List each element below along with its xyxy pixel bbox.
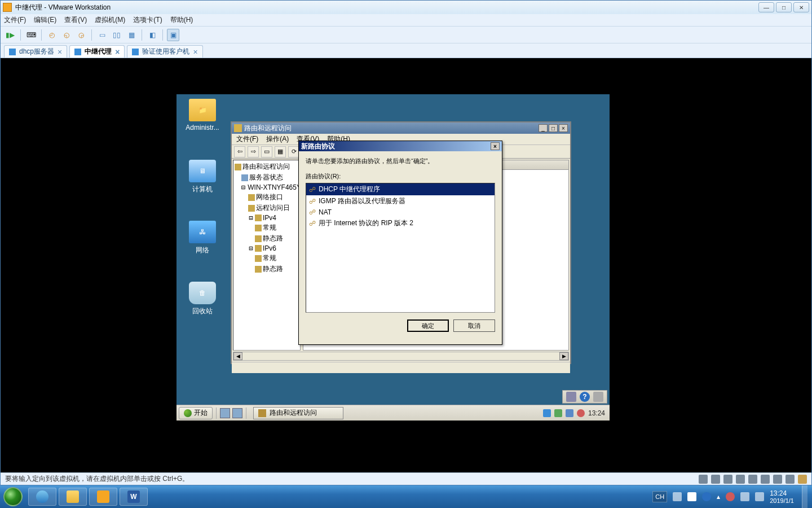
rras-menu-action[interactable]: 操作(A) [266,134,289,144]
fullscreen-icon[interactable]: ▣ [167,29,179,41]
refresh-icon[interactable]: ⟳ [288,146,299,157]
devices-icon[interactable] [566,392,576,402]
device-floppy-icon[interactable] [723,475,732,484]
tree-ipv4-general[interactable]: 常规 [235,222,299,233]
menu-file[interactable]: 文件(F) [4,15,26,25]
vmware-titlebar[interactable]: 中继代理 - VMware Workstation — □ ✕ [1,1,811,14]
grip-icon[interactable] [593,392,603,402]
tree-ipv6-general[interactable]: 常规 [235,253,299,264]
tray-flag-icon[interactable] [543,409,551,417]
taskbar-explorer[interactable] [59,488,87,506]
taskbar-ie[interactable] [28,488,56,506]
collapse-icon[interactable]: ⊟ [241,183,245,191]
menu-vm[interactable]: 虚拟机(M) [95,15,125,25]
unity-icon[interactable]: ◧ [146,29,158,41]
new-routing-protocol-dialog[interactable]: 新路由协议 × 请单击您要添加的路由协议，然后单击“确定”。 路由协议(R): … [298,141,502,345]
tab-verify-client[interactable]: 验证使用客户机 × [127,45,202,58]
tree-network-interfaces[interactable]: 网络接口 [235,192,299,203]
tab-close-icon[interactable]: × [115,48,120,56]
device-sound-icon[interactable] [773,475,782,484]
tray-shield-icon[interactable] [566,409,573,417]
show-desktop-button[interactable] [802,485,807,508]
guest-desktop[interactable]: 📁 Administr... 🖥 计算机 🖧 网络 🗑 回收站 路由和远程访问 [176,94,610,421]
tree-ipv4[interactable]: ⊟IPv4 [235,213,299,222]
tree-root[interactable]: 路由和远程访问 [235,161,299,172]
rras-titlebar[interactable]: 路由和远程访问 _ □ × [232,122,570,134]
menu-tabs[interactable]: 选项卡(T) [133,15,162,25]
menu-help[interactable]: 帮助(H) [170,15,193,25]
tab-close-icon[interactable]: × [193,48,197,56]
tray-help-icon[interactable] [702,492,711,501]
power-on-icon[interactable]: ▮▶ [4,29,16,41]
nav-forward-icon[interactable]: ⇨ [248,146,259,157]
maximize-button[interactable]: □ [549,124,558,132]
message-log-icon[interactable] [798,475,807,484]
rras-tree[interactable]: 路由和远程访问 服务器状态 ⊟WIN-XTNYF465Y 网络接口 远程访问日 … [233,160,301,351]
host-start-button[interactable] [0,485,26,508]
tray-network-icon[interactable] [554,409,562,417]
ok-button[interactable]: 确定 [407,319,449,332]
taskbar-vmware[interactable] [89,488,117,506]
tree-ipv4-static-routes[interactable]: 静态路 [235,233,299,244]
view-thumbs-icon[interactable]: ▦ [125,29,138,41]
dialog-titlebar[interactable]: 新路由协议 × [299,141,502,151]
tray-volume-icon[interactable] [755,492,764,501]
menu-edit[interactable]: 编辑(E) [34,15,56,25]
tree-server[interactable]: ⊟WIN-XTNYF465Y [235,183,299,192]
quicklaunch-cmd-icon[interactable] [232,408,242,418]
tab-dhcp-server[interactable]: dhcp服务器 × [4,45,67,58]
tree-remote-access-log[interactable]: 远程访问日 [235,203,299,213]
device-usb-icon[interactable] [748,475,757,484]
menu-view[interactable]: 查看(V) [64,15,87,25]
rras-hscrollbar[interactable]: ◀ ▶ [233,352,569,361]
device-cd-icon[interactable] [711,475,720,484]
help-icon[interactable]: ? [580,392,590,402]
tree-ipv6-static-routes[interactable]: 静态路 [235,264,299,274]
rras-menu-file[interactable]: 文件(F) [236,134,258,144]
protocol-item-nat[interactable]: ☍ NAT [306,207,495,217]
tray-chevron-up-icon[interactable]: ▴ [717,493,720,501]
tray-network-icon[interactable] [740,492,749,501]
snapshot-revert-icon[interactable]: ◵ [60,29,73,41]
protocol-item-rip[interactable]: ☍ 用于 Internet 协议的 RIP 版本 2 [306,217,495,229]
collapse-icon[interactable]: ⊟ [248,244,254,252]
tray-keyboard-icon[interactable] [673,492,682,501]
desktop-icon-network[interactable]: 🖧 网络 [183,221,222,255]
cancel-button[interactable]: 取消 [453,319,495,332]
dialog-close-button[interactable]: × [491,142,500,150]
desktop-icon-recycle-bin[interactable]: 🗑 回收站 [183,282,222,316]
vmware-viewport[interactable]: 📁 Administr... 🖥 计算机 🖧 网络 🗑 回收站 路由和远程访问 [1,58,811,472]
quicklaunch-server-manager-icon[interactable] [220,408,230,418]
guest-clock[interactable]: 13:24 [588,409,605,417]
send-ctrlaltdel-icon[interactable]: ⌨ [25,29,37,41]
close-button[interactable]: ✕ [793,2,809,12]
tray-action-center-icon[interactable] [687,492,696,501]
tree-server-status[interactable]: 服务器状态 [235,172,299,183]
scroll-left-icon[interactable]: ◀ [233,352,242,360]
protocol-item-igmp[interactable]: ☍ IGMP 路由器以及代理服务器 [306,195,495,207]
host-clock[interactable]: 13:24 2019/1/1 [770,489,794,504]
protocol-listbox[interactable]: ☍ DHCP 中继代理程序 ☍ IGMP 路由器以及代理服务器 ☍ NAT [306,183,495,313]
guest-start-button[interactable]: 开始 [179,407,213,419]
nav-back-icon[interactable]: ⇦ [234,146,245,157]
maximize-button[interactable]: □ [776,2,792,12]
scroll-right-icon[interactable]: ▶ [559,352,568,360]
view-single-icon[interactable]: ▭ [96,29,108,41]
close-button[interactable]: × [559,124,568,132]
protocol-item-dhcp-relay[interactable]: ☍ DHCP 中继代理程序 [306,183,495,195]
minimize-button[interactable]: — [758,2,774,12]
tab-relay-agent[interactable]: 中继代理 × [69,45,125,58]
collapse-icon[interactable]: ⊟ [248,214,254,222]
desktop-icon-administrator[interactable]: 📁 Administr... [183,99,222,132]
tray-blocked-icon[interactable] [577,409,585,417]
taskbar-task-rras[interactable]: 路由和远程访问 [253,407,343,419]
device-network-icon[interactable] [736,475,745,484]
view-multi-icon[interactable]: ▯▯ [111,29,123,41]
desktop-icon-computer[interactable]: 🖥 计算机 [183,160,222,194]
up-icon[interactable]: ▭ [261,146,272,157]
snapshot-take-icon[interactable]: ◴ [46,29,58,41]
device-display-icon[interactable] [785,475,795,484]
minimize-button[interactable]: _ [539,124,548,132]
host-language-indicator[interactable]: CH [652,491,667,502]
tray-blocked-icon[interactable] [726,492,735,501]
